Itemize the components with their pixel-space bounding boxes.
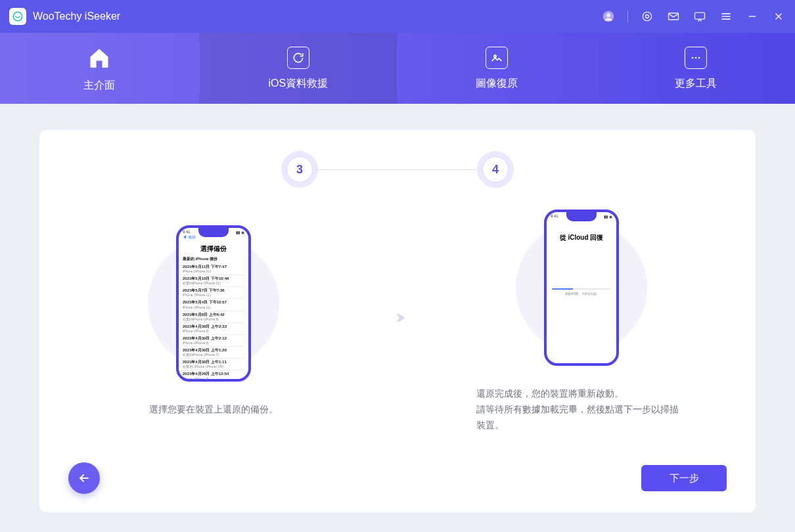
user-icon[interactable] bbox=[601, 9, 616, 24]
phone-right-title: 從 iCloud 回復 bbox=[547, 233, 616, 242]
step-3-badge: 3 bbox=[286, 156, 313, 183]
svg-point-4 bbox=[646, 15, 649, 18]
svg-point-2 bbox=[606, 13, 610, 17]
phone-left-section: 最新的 iPhone 備份 bbox=[179, 256, 248, 263]
home-icon bbox=[86, 45, 112, 71]
backup-item: 2021年4月30日 上午1:11裝置 的 iPhone (iPhone XR) bbox=[183, 359, 244, 370]
backup-item: 2021年4月30日 上午1:20裝置的iPhone (iPhone 7) bbox=[183, 347, 244, 359]
step-indicator: 3 4 bbox=[39, 156, 756, 183]
phone-restore-icloud: 9:41▮▮ ◉ 從 iCloud 回復 剩餘時間：大約1分鐘 bbox=[544, 210, 619, 366]
content-area: 3 4 9:41▮▮ ◉ ◀ 備份 選擇備份 最新的 iPhone 備份 202… bbox=[0, 104, 795, 532]
more-icon bbox=[685, 47, 707, 69]
minimize-button[interactable] bbox=[745, 9, 760, 24]
svg-point-0 bbox=[13, 12, 22, 21]
backup-list: 2021年5月11日 下午7:47iPhone (iPhone Xs)2021年… bbox=[179, 263, 248, 382]
svg-rect-5 bbox=[669, 13, 679, 20]
refresh-icon bbox=[287, 47, 309, 69]
backup-item: 2021年5月8日 上午6:42裝置的iPhone (iPhone 8) bbox=[183, 311, 244, 323]
close-button[interactable] bbox=[771, 9, 786, 24]
titlebar-divider bbox=[627, 11, 628, 22]
next-button[interactable]: 下一步 bbox=[641, 465, 727, 491]
app-logo bbox=[9, 8, 26, 25]
settings-icon[interactable] bbox=[640, 9, 654, 24]
bottom-bar: 下一步 bbox=[39, 462, 756, 494]
nav-more-tools[interactable]: 更多工具 bbox=[597, 33, 796, 104]
phone-select-backup: 9:41▮▮ ◉ ◀ 備份 選擇備份 最新的 iPhone 備份 2021年5月… bbox=[176, 225, 251, 382]
mail-icon[interactable] bbox=[666, 9, 681, 24]
phone-left-title: 選擇備份 bbox=[179, 244, 248, 254]
backup-item: 2021年5月7日 下午7:36iPhone (iPhone 11) bbox=[183, 287, 244, 299]
nav-home[interactable]: 主介面 bbox=[0, 33, 199, 104]
caption-left: 選擇您要在裝置上還原的備份。 bbox=[149, 402, 278, 418]
svg-point-8 bbox=[691, 56, 693, 58]
phones-row: 9:41▮▮ ◉ ◀ 備份 選擇備份 最新的 iPhone 備份 2021年5月… bbox=[39, 202, 756, 433]
caption-right: 還原完成後，您的裝置將重新啟動。請等待所有數據加載完畢，然後點選下一步以掃描裝置… bbox=[476, 386, 687, 433]
backup-item: 2021年4月29日 上午12:54iPhone (iPhone 7) bbox=[183, 370, 244, 381]
main-nav: 主介面 iOS資料救援 圖像復原 更多工具 bbox=[0, 33, 795, 104]
svg-rect-6 bbox=[695, 12, 705, 19]
phone-block-right: 9:41▮▮ ◉ 從 iCloud 回復 剩餘時間：大約1分鐘 還原完成後，您的… bbox=[463, 202, 700, 433]
svg-point-10 bbox=[698, 56, 700, 58]
backup-item: 2021年5月10日 下午10:46裝置的iPhone (iPhone 11) bbox=[183, 275, 244, 287]
image-icon bbox=[486, 47, 508, 69]
arrow-icon bbox=[384, 307, 411, 329]
backup-item: 2021年5月4日 下午10:57iPhone (iPhone 11) bbox=[183, 299, 244, 311]
backup-item: 2021年5月11日 下午7:47iPhone (iPhone Xs) bbox=[183, 263, 244, 275]
nav-ios-recovery[interactable]: iOS資料救援 bbox=[199, 33, 398, 104]
nav-more-label: 更多工具 bbox=[675, 77, 717, 91]
feedback-icon[interactable] bbox=[693, 9, 707, 24]
step-4-badge: 4 bbox=[482, 156, 509, 183]
nav-home-label: 主介面 bbox=[83, 79, 115, 93]
titlebar-actions bbox=[601, 9, 786, 24]
svg-point-3 bbox=[643, 12, 651, 20]
phone-block-left: 9:41▮▮ ◉ ◀ 備份 選擇備份 最新的 iPhone 備份 2021年5月… bbox=[95, 218, 332, 418]
svg-point-7 bbox=[494, 55, 496, 56]
main-card: 3 4 9:41▮▮ ◉ ◀ 備份 選擇備份 最新的 iPhone 備份 202… bbox=[39, 130, 756, 512]
phone-left-time: 9:41 bbox=[183, 230, 191, 234]
backup-item: 2021年4月30日 上午2:33iPhone (iPhone 8) bbox=[183, 323, 244, 335]
svg-point-9 bbox=[694, 56, 696, 58]
nav-image-label: 圖像復原 bbox=[476, 77, 518, 91]
nav-image-recovery[interactable]: 圖像復原 bbox=[398, 33, 597, 104]
titlebar: WooTechy iSeeker bbox=[0, 0, 795, 33]
backup-item: 2021年4月30日 上午2:12iPhone (iPhone 8) bbox=[183, 335, 244, 347]
menu-icon[interactable] bbox=[719, 9, 733, 24]
step-connector bbox=[315, 169, 480, 170]
restore-progress: 剩餘時間：大約1分鐘 bbox=[552, 288, 611, 296]
progress-text: 剩餘時間：大約1分鐘 bbox=[552, 292, 611, 296]
back-button[interactable] bbox=[68, 462, 100, 494]
app-title: WooTechy iSeeker bbox=[33, 11, 120, 22]
nav-ios-label: iOS資料救援 bbox=[268, 77, 328, 91]
phone-right-time: 9:41 bbox=[551, 214, 558, 219]
